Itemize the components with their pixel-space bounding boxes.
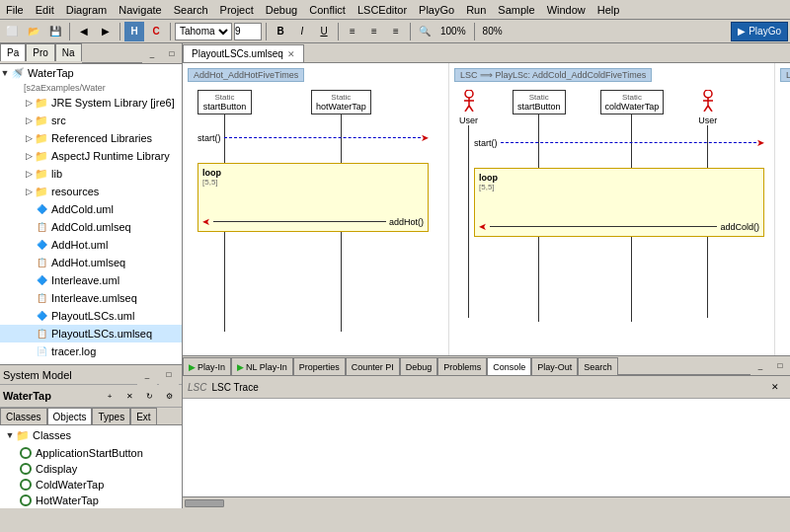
menu-navigate[interactable]: Navigate (113, 2, 167, 18)
tab-playin[interactable]: ▶ Play-In (183, 357, 231, 375)
sysmodel-add-btn[interactable]: + (100, 386, 119, 406)
menu-run[interactable]: Run (460, 2, 492, 18)
menu-window[interactable]: Window (541, 2, 592, 18)
menu-sample[interactable]: Sample (492, 2, 540, 18)
fwd-btn[interactable]: ▶ (96, 22, 116, 41)
menu-help[interactable]: Help (592, 2, 626, 18)
tree-item-addcold-seq[interactable]: 📋 AddCold.umlseq (0, 218, 182, 236)
tree-item-resources[interactable]: ▷ resources (0, 183, 182, 200)
tree-root[interactable]: ▼ 🚿 WaterTap (0, 64, 182, 82)
font-select[interactable]: Tahoma (175, 23, 232, 40)
tab-debug[interactable]: Debug (400, 357, 438, 375)
tree-item-interleave[interactable]: 🔷 Interleave.uml (0, 271, 182, 289)
tab-types[interactable]: Types (92, 408, 130, 424)
diagram-scroll-area[interactable]: AddHot_AddHotFiveTimes Static startButto… (183, 63, 790, 355)
tree-item-addcold[interactable]: 🔷 AddCold.uml (0, 200, 182, 218)
tab-classes[interactable]: Classes (0, 408, 47, 424)
class-item-appstart[interactable]: ApplicationStartButton (0, 445, 182, 461)
expand-lib[interactable]: ▷ (24, 169, 34, 179)
new-btn[interactable]: ⬜ (2, 22, 22, 41)
h-btn[interactable]: H (124, 22, 144, 41)
tab-navigator[interactable]: Na (55, 43, 82, 61)
tab-search[interactable]: Search (578, 357, 618, 375)
tree-item-addhot-seq[interactable]: 📋 AddHot.umlseq (0, 254, 182, 271)
minimize-pkg-btn[interactable]: _ (142, 43, 162, 63)
back-btn[interactable]: ◀ (74, 22, 94, 41)
console-clear-btn[interactable]: ✕ (765, 377, 785, 397)
class-item-cold[interactable]: ColdWaterTap (0, 477, 182, 493)
font-size-input[interactable] (234, 23, 262, 40)
sysmodel-minimize[interactable]: _ (137, 365, 157, 385)
align-left-btn[interactable]: ≡ (343, 22, 362, 41)
expand-resources[interactable]: ▷ (24, 187, 34, 196)
sysmodel-delete-btn[interactable]: ✕ (119, 386, 139, 406)
align-right-btn[interactable]: ≡ (386, 22, 406, 41)
diag1-title: AddHot_AddHotFiveTimes (188, 68, 304, 82)
minimize-bottom-btn[interactable]: _ (750, 356, 770, 375)
cold-label: ColdWaterTap (36, 479, 104, 491)
menu-search[interactable]: Search (168, 2, 214, 18)
tree-item-interleave-seq[interactable]: 📋 Interleave.umlseq (0, 289, 182, 307)
expand-classes[interactable]: ▼ (5, 430, 15, 440)
tree-item-jre[interactable]: ▷ JRE System Library [jre6] (0, 94, 182, 112)
tab-counter-pi[interactable]: Counter PI (346, 357, 400, 375)
tree-item-playout[interactable]: 🔷 PlayoutLSCs.uml (0, 307, 182, 325)
italic-btn[interactable]: I (292, 22, 312, 41)
tree-item-aspectj[interactable]: ▷ AspectJ Runtime Library (0, 147, 182, 165)
console-scrollbar[interactable] (183, 496, 790, 508)
menu-conflict[interactable]: Conflict (303, 2, 352, 18)
tab-objects[interactable]: Objects (47, 408, 93, 424)
sysmodel-maximize[interactable]: □ (159, 365, 179, 385)
expand-jre[interactable]: ▷ (24, 98, 34, 108)
tab-console[interactable]: Console (487, 357, 531, 375)
maximize-pkg-btn[interactable]: □ (162, 43, 182, 63)
close-tab-btn[interactable]: ✕ (287, 49, 295, 59)
menu-file[interactable]: File (0, 2, 30, 18)
cdisplay-circle-icon (20, 463, 32, 475)
tree-item-playout-seq[interactable]: 📋 PlayoutLSCs.umlseq (0, 325, 182, 342)
tree-item-lib[interactable]: ▷ lib (0, 165, 182, 183)
underline-btn[interactable]: U (314, 22, 334, 41)
tree-item-reflib[interactable]: ▷ Referenced Libraries (0, 129, 182, 147)
menu-project[interactable]: Project (214, 2, 260, 18)
menu-debug[interactable]: Debug (260, 2, 303, 18)
jre-icon (34, 95, 49, 111)
expand-aspectj[interactable]: ▷ (24, 151, 34, 161)
tab-nl-playin[interactable]: ▶ NL Play-In (231, 357, 293, 375)
expand-reflib[interactable]: ▷ (24, 133, 34, 143)
align-center-btn[interactable]: ≡ (364, 22, 384, 41)
tab-package[interactable]: Pa (0, 43, 26, 61)
tree-item-tracer[interactable]: 📄 tracer.log (0, 342, 182, 360)
sysmodel-config-btn[interactable]: ⚙ (159, 386, 179, 406)
expand-src[interactable]: ▷ (24, 115, 34, 125)
sys-tabs: Classes Objects Types Ext (0, 408, 182, 425)
c-btn[interactable]: C (146, 22, 166, 41)
tree-item-addhot[interactable]: 🔷 AddHot.uml (0, 236, 182, 254)
addhotseq-label: AddHot.umlseq (51, 257, 125, 268)
tab-problems[interactable]: Problems (437, 357, 487, 375)
expand-root[interactable]: ▼ (0, 68, 10, 78)
menu-diagram[interactable]: Diagram (60, 2, 114, 18)
open-btn[interactable]: 📂 (24, 22, 43, 41)
tab-properties[interactable]: Properties (293, 357, 346, 375)
tree-item-src[interactable]: ▷ src (0, 112, 182, 129)
save-btn[interactable]: 💾 (45, 22, 65, 41)
maximize-bottom-btn[interactable]: □ (770, 356, 790, 375)
playgo-btn[interactable]: ▶ PlayGo (731, 22, 788, 41)
tab-playout[interactable]: Play-Out (531, 357, 578, 375)
tab-ext[interactable]: Ext (130, 408, 156, 424)
editor-tab-playout[interactable]: PlayoutLSCs.umlseq ✕ (183, 44, 304, 62)
diag2-addcold-label: addCold() (720, 222, 759, 232)
menu-lsceditor[interactable]: LSCEditor (352, 2, 413, 18)
resources-label: resources (51, 186, 99, 197)
class-item-cdisplay[interactable]: Cdisplay (0, 461, 182, 477)
bold-btn[interactable]: B (271, 22, 290, 41)
zoom-out-btn[interactable]: 🔍 (415, 22, 434, 41)
diag1-loop-constraint: [5,5] (202, 178, 424, 187)
menu-edit[interactable]: Edit (30, 2, 60, 18)
class-item-classes[interactable]: ▼ Classes (0, 425, 182, 445)
tab-project[interactable]: Pro (26, 43, 55, 61)
menu-playgo[interactable]: PlayGo (413, 2, 460, 18)
sysmodel-refresh-btn[interactable]: ↻ (139, 386, 159, 406)
class-item-hot[interactable]: HotWaterTap (0, 493, 182, 508)
